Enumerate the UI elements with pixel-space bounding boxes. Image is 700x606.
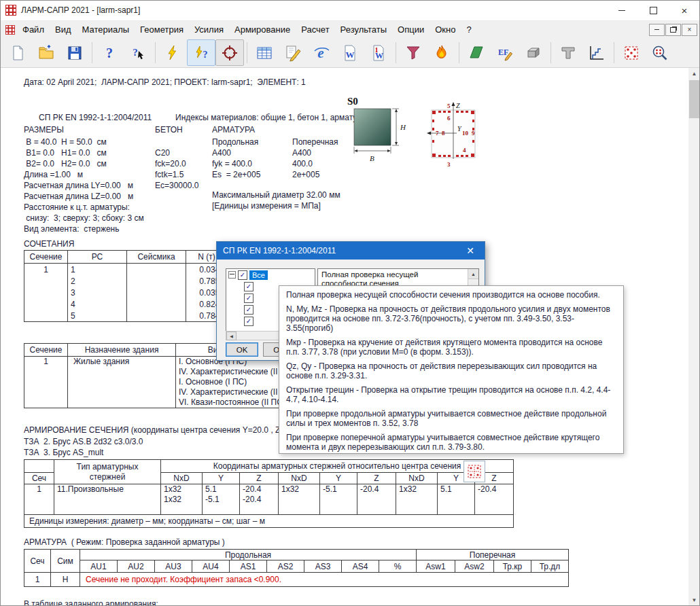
menu-item-materials[interactable]: Материалы [77, 22, 135, 37]
ef-edit-button[interactable]: EF [491, 39, 519, 66]
section-button[interactable] [462, 39, 491, 66]
scroll-left-button[interactable]: ◀ [226, 332, 237, 340]
tree-root-checkbox[interactable]: ✓ [238, 270, 247, 280]
maximize-icon [650, 7, 657, 14]
rebar-units: [Единицы измерения = МПа] [212, 201, 321, 211]
rebar-sketch: Z Y 5 6 7 8 10 9 4 3 [425, 99, 485, 170]
rebar-max-diameter: Максимальный диаметр 32.00 мм [212, 190, 340, 200]
calculate-button[interactable] [158, 39, 187, 66]
calc-settings-icon: ? [192, 44, 210, 62]
help-button[interactable]: ? [95, 39, 124, 66]
tree-root-item[interactable]: ✓ Все [226, 269, 315, 281]
rebar-number: 5 [447, 103, 451, 109]
menu-item-geometry[interactable]: Геометрия [135, 22, 189, 37]
menu-item-view[interactable]: Вид [50, 22, 77, 37]
description-scroll-up-button[interactable]: ▲ [468, 269, 478, 279]
menu-item-reinforcement[interactable]: Армирование [229, 22, 296, 37]
tree-checkbox[interactable]: ✓ [244, 293, 253, 303]
context-help-button[interactable]: ? [124, 39, 152, 66]
results-table-button[interactable] [250, 39, 279, 66]
vertical-scrollbar[interactable]: ▲ ▼ [688, 68, 700, 606]
toolbar-separator [396, 42, 396, 63]
table-header-row: AU1 AU2 AU3 AU4 AS1 AS2 AS3 AS4 % Asw1 A… [24, 560, 569, 573]
flame-button[interactable] [427, 39, 456, 66]
open-button[interactable] [32, 39, 60, 66]
menu-item-calculation[interactable]: Расчет [296, 22, 334, 37]
tree-checkbox[interactable]: ✓ [244, 282, 253, 291]
scroll-up-button[interactable]: ▲ [688, 68, 700, 79]
menu-item-options[interactable]: Опции [392, 22, 430, 37]
menu-item-help[interactable]: ? [461, 22, 476, 37]
rebar-title: АРМАТУРА [212, 125, 255, 135]
menu-item-results[interactable]: Результаты [335, 22, 392, 37]
tree-checkbox[interactable]: ✓ [244, 305, 253, 315]
diagram-button[interactable] [582, 39, 611, 66]
concrete-title: БЕТОН [155, 125, 183, 135]
section-thumbnail: S0 H B [343, 95, 415, 164]
menu-bar: Файл Вид Материалы Геометрия Усилия Арми… [0, 21, 700, 38]
sizes-line: Расчетная длина LZ=0.00 м [24, 192, 133, 202]
check-fail-message: Сечение не проходит. Коэффициент запаса … [80, 573, 569, 587]
word-report-icon: W [341, 44, 359, 62]
mdi-close-button[interactable]: × [682, 24, 697, 36]
rebar-number: 3 [447, 161, 451, 168]
close-button[interactable]: × [669, 0, 700, 20]
tbeam-button[interactable] [554, 39, 582, 66]
report-footer-line: В таблице заданного армирования: [24, 599, 158, 606]
show-section-button[interactable] [463, 461, 485, 482]
block-button[interactable] [519, 39, 548, 66]
maximize-button[interactable] [637, 0, 669, 20]
mdi-restore-icon [670, 27, 676, 33]
rebar-grid-icon [623, 44, 640, 62]
mdi-restore-button[interactable] [665, 24, 681, 36]
target-icon [221, 44, 239, 62]
toolbar-separator [92, 42, 92, 63]
sizes-line: Длина =1.00 м [24, 170, 83, 180]
svg-text:?: ? [106, 46, 113, 60]
new-icon [9, 44, 27, 62]
results-table-icon [256, 44, 273, 62]
ok-button[interactable]: OK [226, 342, 258, 357]
design-code-line: СП РК EN 1992-1-1:2004/2011 [39, 113, 152, 123]
tza-line-2: ТЗА 2. Брус AS.B 2d32 c3.0/3.0 [24, 437, 143, 447]
dialog-close-button[interactable]: ✕ [456, 242, 485, 260]
menu-item-file[interactable]: Файл [17, 22, 50, 37]
check-info-tooltip: Полная проверка несущей способности сече… [279, 285, 624, 454]
tooltip-paragraph: N, My, Mz - Проверка на прочность от дей… [286, 304, 616, 333]
zoom-section-icon [651, 44, 669, 62]
new-button[interactable] [3, 39, 32, 66]
section-icon [468, 44, 485, 62]
table-footer-row: Единицы измерения: диаметр – мм; координ… [24, 515, 514, 528]
zoom-section-button[interactable] [646, 39, 674, 66]
rebar-number: 6 [447, 115, 451, 122]
filter-icon [404, 44, 422, 62]
mdi-minimize-button[interactable] [649, 24, 665, 36]
minimize-button[interactable] [606, 0, 637, 20]
menu-item-window[interactable]: Окно [430, 22, 461, 37]
context-help-icon: ? [129, 44, 147, 62]
save-icon [66, 44, 84, 62]
window-controls: × [606, 0, 700, 20]
menu-item-forces[interactable]: Усилия [189, 22, 229, 37]
target-button[interactable] [215, 39, 244, 66]
word-report-button[interactable]: W [336, 39, 364, 66]
tza-line-3: ТЗА 3. Брус AS_mult [24, 448, 103, 458]
edit-report-button[interactable] [279, 39, 307, 66]
tooltip-paragraph: Полная проверка несущей способности сече… [286, 290, 616, 300]
tree-collapse-icon[interactable] [228, 271, 236, 279]
rebar-grid-button[interactable] [617, 39, 646, 66]
tree-checkbox[interactable]: ✓ [244, 317, 253, 326]
calc-settings-button[interactable]: ? [187, 39, 215, 66]
section-label: S0 [347, 96, 358, 107]
filter-button[interactable] [399, 39, 427, 66]
save-button[interactable] [60, 39, 89, 66]
mdi-minimize-icon [654, 29, 659, 30]
document-logo-icon [5, 25, 15, 35]
word-page-report-button[interactable]: 1W [364, 39, 393, 66]
dialog-title: СП РК EN 1992-1-1:2004/2011 [223, 246, 336, 255]
rebar-col-transverse: Поперечная [292, 137, 338, 147]
rebar-value: 400.0 [292, 159, 313, 169]
browser-button[interactable]: e [307, 39, 336, 66]
scroll-down-button[interactable]: ▼ [688, 594, 700, 606]
scrollbar-thumb[interactable] [689, 80, 699, 118]
